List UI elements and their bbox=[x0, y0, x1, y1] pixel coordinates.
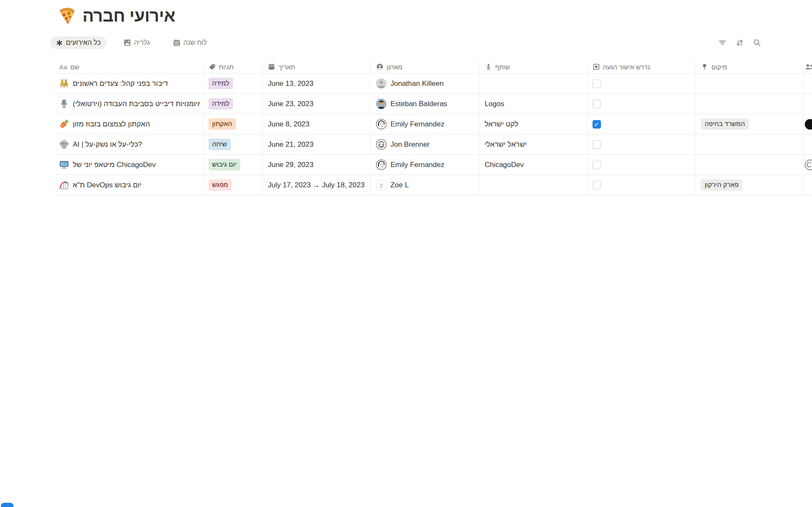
rsvp-checkbox[interactable] bbox=[593, 120, 601, 129]
extra-cell[interactable] bbox=[804, 94, 812, 114]
name-cell[interactable]: דיבור בפני קהל: צעדים ראשונים bbox=[54, 74, 203, 93]
organizer-cell[interactable]: Jonathan Killeen bbox=[371, 74, 480, 93]
name-cell[interactable]: האקתון לצמצום בזבוז מזון bbox=[54, 114, 203, 134]
extra-cell[interactable] bbox=[804, 134, 812, 154]
column-header-tags[interactable]: תגיות bbox=[203, 60, 263, 73]
help-bubble-clipped[interactable] bbox=[1, 503, 14, 507]
name-cell[interactable]: מיטאפ יוני של ChicagoDev bbox=[54, 155, 203, 175]
avatar-default bbox=[376, 78, 387, 89]
rsvp-cell[interactable] bbox=[587, 94, 696, 114]
column-header-name[interactable]: Aa שם bbox=[54, 60, 203, 73]
organizer-cell[interactable]: Jon Brenner bbox=[371, 134, 480, 154]
rsvp-checkbox[interactable] bbox=[593, 161, 601, 169]
date-cell[interactable]: June 21, 2023 bbox=[263, 134, 371, 154]
event-name[interactable]: דיבור בפני קהל: צעדים ראשונים bbox=[73, 79, 200, 88]
column-header-extra[interactable] bbox=[804, 60, 812, 73]
location-cell[interactable]: פארק הירקון bbox=[696, 175, 804, 195]
table-row[interactable]: מיומנויות דיבייט בסביבת העבודה (וירטואלי… bbox=[54, 94, 812, 114]
partner-cell[interactable]: ChicagoDev bbox=[480, 155, 587, 175]
rsvp-checkbox[interactable] bbox=[593, 100, 601, 108]
tags-cell[interactable]: מפגש bbox=[203, 175, 263, 195]
filter-icon[interactable] bbox=[718, 38, 727, 47]
people-icon bbox=[804, 63, 812, 71]
event-name[interactable]: מיטאפ יוני של ChicagoDev bbox=[73, 161, 200, 169]
location-cell[interactable] bbox=[696, 94, 804, 114]
date-cell[interactable]: June 13, 2023 bbox=[263, 74, 371, 93]
name-cell[interactable]: ת"א DevOps יום גיבוש bbox=[54, 175, 203, 195]
extra-cell[interactable] bbox=[804, 155, 812, 175]
table-row[interactable]: ת"א DevOps יום גיבוש מפגש July 17, 2023 … bbox=[54, 175, 812, 195]
tag-pill[interactable]: למידה bbox=[208, 98, 233, 110]
extra-cell[interactable] bbox=[804, 74, 812, 93]
location-cell[interactable] bbox=[696, 134, 804, 154]
organizer-cell[interactable]: Esteban Balderas bbox=[371, 94, 480, 114]
sort-icon[interactable] bbox=[735, 38, 744, 47]
rsvp-cell[interactable] bbox=[587, 155, 696, 175]
extra-cell[interactable] bbox=[804, 114, 812, 134]
avatar-clipped bbox=[805, 119, 812, 129]
rsvp-cell[interactable] bbox=[587, 134, 696, 154]
column-header-organizer[interactable]: מארגן bbox=[371, 60, 480, 73]
column-header-rsvp[interactable]: נדרש אישור הגעה bbox=[587, 60, 696, 73]
table-row[interactable]: האקתון לצמצום בזבוז מזון האקתון June 8, … bbox=[54, 114, 812, 134]
date-cell[interactable]: June 29, 2023 bbox=[263, 155, 371, 175]
name-cell[interactable]: מיומנויות דיבייט בסביבת העבודה (וירטואלי… bbox=[54, 94, 203, 114]
organizer-name: Zoe L bbox=[390, 181, 409, 189]
location-pill[interactable]: המשרד בחיפה bbox=[701, 118, 749, 130]
tags-cell[interactable]: למידה bbox=[203, 94, 263, 114]
table-row[interactable]: AI | כלי-על או נשק-על? שיחה June 21, 202… bbox=[54, 134, 812, 155]
avatar-sketch bbox=[376, 139, 387, 150]
tag-pill[interactable]: למידה bbox=[208, 78, 233, 89]
event-name[interactable]: מיומנויות דיבייט בסביבת העבודה (וירטואלי… bbox=[73, 100, 200, 108]
tag-pill[interactable]: יום גיבוש bbox=[208, 159, 241, 170]
tags-cell[interactable]: יום גיבוש bbox=[203, 155, 263, 175]
page-title[interactable]: אירועי חברה bbox=[82, 6, 175, 25]
rsvp-cell[interactable] bbox=[587, 175, 696, 195]
tags-cell[interactable]: למידה bbox=[203, 74, 263, 93]
date-cell[interactable]: June 23, 2023 bbox=[263, 94, 371, 114]
column-header-partner[interactable]: שותף bbox=[480, 60, 587, 73]
rsvp-checkbox[interactable] bbox=[593, 79, 601, 88]
tab-all-events[interactable]: כל האירועים bbox=[50, 36, 107, 49]
extra-cell[interactable] bbox=[804, 175, 812, 195]
tag-pill[interactable]: האקתון bbox=[208, 118, 236, 130]
column-header-date[interactable]: תאריך bbox=[263, 60, 371, 73]
partner-cell[interactable] bbox=[480, 175, 587, 195]
date-cell[interactable]: July 17, 2023 → July 18, 2023 bbox=[263, 175, 371, 195]
location-cell[interactable] bbox=[696, 74, 804, 93]
robot-emoji-icon bbox=[59, 140, 69, 149]
location-cell[interactable] bbox=[696, 155, 804, 175]
organizer-cell[interactable]: Emily Fernandez bbox=[371, 155, 480, 175]
tab-label: כל האירועים bbox=[66, 39, 101, 47]
partner-cell[interactable]: Logos bbox=[480, 94, 587, 114]
rsvp-cell[interactable] bbox=[587, 114, 696, 134]
date-cell[interactable]: June 8, 2023 bbox=[263, 114, 371, 134]
rsvp-checkbox[interactable] bbox=[593, 140, 601, 149]
pizza-icon[interactable] bbox=[57, 6, 77, 25]
column-header-location[interactable]: מיקום bbox=[696, 60, 804, 73]
tag-pill[interactable]: שיחה bbox=[208, 139, 231, 150]
tab-calendar[interactable]: לוח שנה bbox=[167, 36, 213, 49]
table-row[interactable]: מיטאפ יוני של ChicagoDev יום גיבוש June … bbox=[54, 155, 812, 175]
tag-pill[interactable]: מפגש bbox=[208, 179, 232, 191]
table-row[interactable]: דיבור בפני קהל: צעדים ראשונים למידה June… bbox=[54, 74, 812, 94]
event-name[interactable]: ת"א DevOps יום גיבוש bbox=[73, 181, 200, 189]
partner-cell[interactable]: לקט ישראל bbox=[480, 114, 587, 134]
location-cell[interactable]: המשרד בחיפה bbox=[696, 114, 804, 134]
organizer-cell[interactable]: Emily Fernandez bbox=[371, 114, 480, 134]
location-pill[interactable]: פארק הירקון bbox=[701, 179, 742, 191]
rsvp-cell[interactable] bbox=[587, 74, 696, 93]
event-name[interactable]: AI | כלי-על או נשק-על? bbox=[73, 140, 200, 149]
partner-cell[interactable] bbox=[480, 74, 587, 93]
column-label: תגיות bbox=[219, 63, 234, 71]
tab-gallery[interactable]: גלריה bbox=[118, 36, 156, 49]
organizer-cell[interactable]: z Zoe L bbox=[371, 175, 480, 195]
rsvp-checkbox[interactable] bbox=[593, 181, 601, 189]
partner-cell[interactable]: ישראל ישראלי bbox=[480, 134, 587, 154]
search-icon[interactable] bbox=[753, 38, 761, 47]
tags-cell[interactable]: שיחה bbox=[203, 134, 263, 154]
name-cell[interactable]: AI | כלי-על או נשק-על? bbox=[54, 134, 203, 154]
event-name[interactable]: האקתון לצמצום בזבוז מזון bbox=[73, 120, 200, 129]
organizer-name: Jonathan Killeen bbox=[390, 79, 444, 88]
tags-cell[interactable]: האקתון bbox=[203, 114, 263, 134]
